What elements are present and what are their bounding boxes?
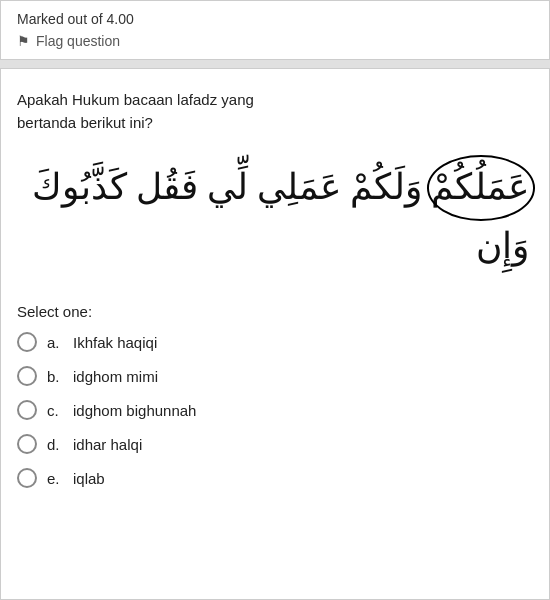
top-card: Marked out of 4.00 ⚑ Flag question (0, 0, 550, 60)
option-e[interactable]: e. iqlab (17, 468, 533, 488)
flag-question-button[interactable]: ⚑ Flag question (17, 33, 533, 49)
arabic-circled-word: عَمَلُكُمْ (431, 159, 529, 217)
flag-question-label: Flag question (36, 33, 120, 49)
option-letter-b: b. (47, 368, 63, 385)
question-card: Apakah Hukum bacaan lafadz yang bertanda… (0, 68, 550, 600)
marked-out-text: Marked out of 4.00 (17, 11, 533, 27)
radio-c[interactable] (17, 400, 37, 420)
option-text-b: idghom mimi (73, 368, 158, 385)
option-c[interactable]: c. idghom bighunnah (17, 400, 533, 420)
option-letter-d: d. (47, 436, 63, 453)
option-letter-a: a. (47, 334, 63, 351)
arabic-text-container: عَمَلُكُمْ وَلَكُمْ عَمَلِي لِّي فَقُل ك… (17, 150, 533, 283)
option-text-c: idghom bighunnah (73, 402, 196, 419)
arabic-text: عَمَلُكُمْ وَلَكُمْ عَمَلِي لِّي فَقُل ك… (32, 167, 529, 266)
option-letter-e: e. (47, 470, 63, 487)
question-text: Apakah Hukum bacaan lafadz yang bertanda… (17, 89, 533, 134)
option-text-e: iqlab (73, 470, 105, 487)
select-one-label: Select one: (17, 303, 533, 320)
radio-a[interactable] (17, 332, 37, 352)
options-list: a. Ikhfak haqiqi b. idghom mimi c. idgho… (17, 332, 533, 488)
radio-b[interactable] (17, 366, 37, 386)
option-a[interactable]: a. Ikhfak haqiqi (17, 332, 533, 352)
option-d[interactable]: d. idhar halqi (17, 434, 533, 454)
option-text-a: Ikhfak haqiqi (73, 334, 157, 351)
option-b[interactable]: b. idghom mimi (17, 366, 533, 386)
option-text-d: idhar halqi (73, 436, 142, 453)
radio-d[interactable] (17, 434, 37, 454)
option-letter-c: c. (47, 402, 63, 419)
flag-icon: ⚑ (17, 33, 30, 49)
radio-e[interactable] (17, 468, 37, 488)
